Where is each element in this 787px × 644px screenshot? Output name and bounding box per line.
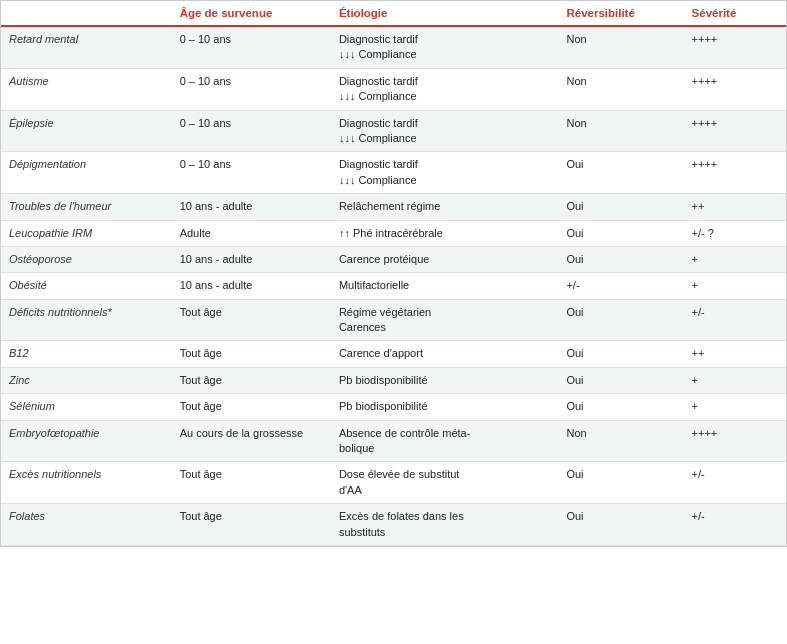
cell-age: Tout âge: [172, 394, 331, 420]
table-row: Obésité10 ans - adulteMultifactorielle+/…: [1, 273, 786, 299]
table-row: ZincTout âgePb biodisponibilitéOui+: [1, 367, 786, 393]
cell-severity: ++++: [684, 26, 786, 68]
cell-condition: Déficits nutritionnels*: [1, 299, 172, 341]
cell-etio: Régime végétarienCarences: [331, 299, 559, 341]
cell-condition: Folates: [1, 504, 172, 546]
cell-etio: Carence protéique: [331, 246, 559, 272]
cell-etio: Diagnostic tardif↓↓↓ Compliance: [331, 110, 559, 152]
cell-etio: Excès de folates dans lessubstituts: [331, 504, 559, 546]
table-body: Retard mental0 – 10 ansDiagnostic tardif…: [1, 26, 786, 545]
cell-condition: Ostéoporose: [1, 246, 172, 272]
cell-severity: ++++: [684, 110, 786, 152]
cell-reversibility: Oui: [558, 462, 683, 504]
table-row: Excès nutritionnelsTout âgeDose élevée d…: [1, 462, 786, 504]
cell-condition: Zinc: [1, 367, 172, 393]
col-header-etio: Étiologie: [331, 1, 559, 26]
cell-condition: Leucopathie IRM: [1, 220, 172, 246]
cell-reversibility: Oui: [558, 341, 683, 367]
cell-etio: Pb biodisponibilité: [331, 367, 559, 393]
medical-table: Âge de survenue Étiologie Réversibilité …: [1, 1, 786, 546]
table-row: Dépigmentation0 – 10 ansDiagnostic tardi…: [1, 152, 786, 194]
cell-severity: ++++: [684, 420, 786, 462]
cell-age: Tout âge: [172, 299, 331, 341]
cell-reversibility: +/-: [558, 273, 683, 299]
cell-reversibility: Non: [558, 68, 683, 110]
cell-age: 0 – 10 ans: [172, 26, 331, 68]
cell-severity: +/-: [684, 299, 786, 341]
col-header-rev: Réversibilité: [558, 1, 683, 26]
cell-reversibility: Non: [558, 110, 683, 152]
cell-condition: Autisme: [1, 68, 172, 110]
cell-reversibility: Oui: [558, 367, 683, 393]
cell-age: Tout âge: [172, 341, 331, 367]
cell-condition: Troubles de l'humeur: [1, 194, 172, 220]
cell-reversibility: Non: [558, 26, 683, 68]
cell-etio: Relâchement régime: [331, 194, 559, 220]
cell-severity: +: [684, 394, 786, 420]
cell-severity: ++: [684, 194, 786, 220]
cell-age: 10 ans - adulte: [172, 194, 331, 220]
cell-reversibility: Oui: [558, 194, 683, 220]
table-header-row: Âge de survenue Étiologie Réversibilité …: [1, 1, 786, 26]
cell-etio: Diagnostic tardif↓↓↓ Compliance: [331, 152, 559, 194]
cell-age: Tout âge: [172, 504, 331, 546]
cell-age: Tout âge: [172, 462, 331, 504]
cell-etio: Pb biodisponibilité: [331, 394, 559, 420]
col-header-age: Âge de survenue: [172, 1, 331, 26]
table-row: Déficits nutritionnels*Tout âgeRégime vé…: [1, 299, 786, 341]
cell-age: 0 – 10 ans: [172, 110, 331, 152]
cell-etio: Carence d'apport: [331, 341, 559, 367]
cell-severity: +: [684, 273, 786, 299]
cell-age: Au cours de la grossesse: [172, 420, 331, 462]
cell-condition: Embryofœtopathie: [1, 420, 172, 462]
table-row: Ostéoporose10 ans - adulteCarence protéi…: [1, 246, 786, 272]
cell-etio: Dose élevée de substitutd'AA: [331, 462, 559, 504]
cell-condition: Sélénium: [1, 394, 172, 420]
table-row: Retard mental0 – 10 ansDiagnostic tardif…: [1, 26, 786, 68]
table-row: Leucopathie IRMAdulte↑↑ Phé intracérébra…: [1, 220, 786, 246]
cell-age: 0 – 10 ans: [172, 68, 331, 110]
table-row: FolatesTout âgeExcès de folates dans les…: [1, 504, 786, 546]
cell-age: Adulte: [172, 220, 331, 246]
cell-condition: Retard mental: [1, 26, 172, 68]
cell-age: 10 ans - adulte: [172, 273, 331, 299]
cell-reversibility: Non: [558, 420, 683, 462]
cell-severity: ++++: [684, 152, 786, 194]
table-row: B12Tout âgeCarence d'apportOui++: [1, 341, 786, 367]
cell-etio: Diagnostic tardif↓↓↓ Compliance: [331, 26, 559, 68]
cell-condition: Épilepsie: [1, 110, 172, 152]
cell-condition: B12: [1, 341, 172, 367]
table-row: Autisme0 – 10 ansDiagnostic tardif↓↓↓ Co…: [1, 68, 786, 110]
cell-etio: Multifactorielle: [331, 273, 559, 299]
cell-reversibility: Oui: [558, 299, 683, 341]
cell-age: 0 – 10 ans: [172, 152, 331, 194]
cell-severity: ++: [684, 341, 786, 367]
cell-age: 10 ans - adulte: [172, 246, 331, 272]
table-row: SéléniumTout âgePb biodisponibilitéOui+: [1, 394, 786, 420]
table-row: EmbryofœtopathieAu cours de la grossesse…: [1, 420, 786, 462]
cell-etio: ↑↑ Phé intracérébrale: [331, 220, 559, 246]
cell-reversibility: Oui: [558, 220, 683, 246]
cell-severity: +/-: [684, 504, 786, 546]
table-row: Épilepsie0 – 10 ansDiagnostic tardif↓↓↓ …: [1, 110, 786, 152]
main-table-wrapper: Âge de survenue Étiologie Réversibilité …: [0, 0, 787, 547]
cell-condition: Obésité: [1, 273, 172, 299]
cell-severity: ++++: [684, 68, 786, 110]
col-header-condition: [1, 1, 172, 26]
cell-severity: +: [684, 367, 786, 393]
cell-condition: Excès nutritionnels: [1, 462, 172, 504]
cell-condition: Dépigmentation: [1, 152, 172, 194]
cell-etio: Diagnostic tardif↓↓↓ Compliance: [331, 68, 559, 110]
cell-etio: Absence de contrôle méta-bolique: [331, 420, 559, 462]
cell-age: Tout âge: [172, 367, 331, 393]
cell-reversibility: Oui: [558, 246, 683, 272]
col-header-sev: Sévérité: [684, 1, 786, 26]
cell-reversibility: Oui: [558, 152, 683, 194]
cell-severity: +/-: [684, 462, 786, 504]
cell-reversibility: Oui: [558, 394, 683, 420]
table-row: Troubles de l'humeur10 ans - adulteRelâc…: [1, 194, 786, 220]
cell-reversibility: Oui: [558, 504, 683, 546]
cell-severity: +/- ?: [684, 220, 786, 246]
cell-severity: +: [684, 246, 786, 272]
